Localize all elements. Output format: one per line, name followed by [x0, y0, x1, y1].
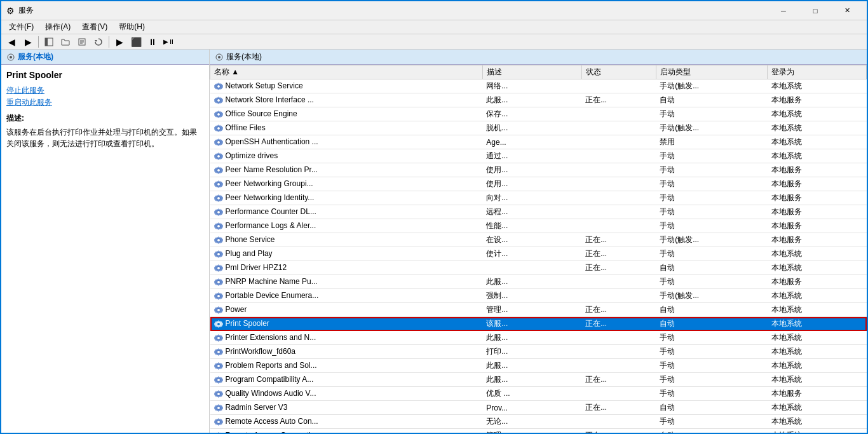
- table-row[interactable]: Phone Service在设...正在...手动(触发...本地服务: [210, 233, 867, 247]
- back-button[interactable]: ◀: [4, 35, 19, 49]
- table-row[interactable]: Offline Files脱机...手动(触发...本地系统: [210, 121, 867, 135]
- svg-point-44: [217, 308, 220, 311]
- table-row[interactable]: Peer Networking Identity...向对...手动本地服务: [210, 191, 867, 205]
- menu-file[interactable]: 文件(F): [4, 20, 39, 34]
- service-desc-cell: 该服...: [482, 317, 581, 331]
- service-name-cell: Offline Files: [210, 121, 483, 135]
- service-status-cell: 正在...: [581, 401, 656, 415]
- title-bar: ⚙ 服务 ─ □ ✕: [1, 1, 867, 20]
- table-row[interactable]: PNRP Machine Name Pu...此服...手动本地服务: [210, 275, 867, 289]
- stop-button[interactable]: ⬛: [128, 35, 144, 49]
- service-login-cell: 本地系统: [768, 415, 867, 429]
- table-row[interactable]: Pml Driver HPZ12正在...自动本地系统: [210, 261, 867, 275]
- table-row[interactable]: Network Setup Service网络...手动(触发...本地系统: [210, 79, 867, 93]
- service-desc-cell: 使计...: [482, 247, 581, 261]
- table-row[interactable]: OpenSSH Authentication ...Age...禁用本地系统: [210, 135, 867, 149]
- menu-action[interactable]: 操作(A): [40, 20, 76, 34]
- col-header-status[interactable]: 状态: [581, 65, 656, 79]
- stop-service-link[interactable]: 停止此服务: [6, 85, 204, 96]
- service-desc-cell: Prov...: [482, 401, 581, 415]
- service-desc-cell: 此服...: [482, 331, 581, 345]
- col-header-desc[interactable]: 描述: [482, 65, 581, 79]
- table-row[interactable]: Radmin Server V3Prov...正在...自动本地系统: [210, 401, 867, 415]
- svg-point-20: [217, 140, 220, 144]
- show-hide-button[interactable]: [41, 35, 57, 49]
- table-row[interactable]: Portable Device Enumera...强制...手动(触发...本…: [210, 289, 867, 303]
- service-startup-cell: 手动: [656, 359, 767, 373]
- close-button[interactable]: ✕: [832, 1, 862, 20]
- table-row[interactable]: Program Compatibility A...此服...正在...手动本地…: [210, 373, 867, 387]
- table-row[interactable]: Plug and Play使计...正在...手动本地系统: [210, 247, 867, 261]
- gear-icon: [214, 82, 223, 91]
- service-name-cell: Program Compatibility A...: [210, 373, 483, 387]
- svg-rect-1: [45, 38, 48, 46]
- service-desc-cell: 此服...: [482, 373, 581, 387]
- gear-icon: [214, 236, 223, 245]
- col-header-login[interactable]: 登录为: [768, 65, 867, 79]
- restart-button[interactable]: ▶⏸: [161, 35, 177, 49]
- forward-button[interactable]: ▶: [20, 35, 36, 49]
- table-row[interactable]: Network Store Interface ...此服...正在...自动本…: [210, 93, 867, 107]
- table-row[interactable]: PrintWorkflow_fd60a打印...手动本地系统: [210, 345, 867, 359]
- service-desc-cell: 远程...: [482, 205, 581, 219]
- table-row[interactable]: Peer Networking Groupi...使用...手动本地服务: [210, 177, 867, 191]
- services-icon: [6, 53, 15, 62]
- table-row[interactable]: Print Spooler该服...正在...自动本地系统: [210, 317, 867, 331]
- service-name-text: Print Spooler: [226, 319, 269, 328]
- col-header-startup[interactable]: 启动类型: [656, 65, 767, 79]
- service-desc-cell: Age...: [482, 135, 581, 149]
- table-row[interactable]: Peer Name Resolution Pr...使用...手动本地服务: [210, 163, 867, 177]
- menu-view[interactable]: 查看(V): [77, 20, 112, 34]
- service-login-cell: 本地系统: [768, 401, 867, 415]
- start-button[interactable]: ▶: [112, 35, 127, 49]
- table-row[interactable]: Printer Extensions and N...此服...手动本地系统: [210, 331, 867, 345]
- gear-icon: [214, 96, 223, 105]
- gear-icon: [214, 166, 223, 175]
- service-desc-cell: 打印...: [482, 345, 581, 359]
- service-login-cell: 本地服务: [768, 191, 867, 205]
- gear-icon: [214, 403, 223, 412]
- service-status-cell: [581, 191, 656, 205]
- table-row[interactable]: Optimize drives通过...手动本地系统: [210, 149, 867, 163]
- refresh-button[interactable]: [91, 35, 106, 49]
- service-name-cell: Radmin Server V3: [210, 401, 483, 415]
- restart-service-link[interactable]: 重启动此服务: [6, 97, 204, 108]
- table-row[interactable]: Quality Windows Audio V...优质 ...手动本地服务: [210, 387, 867, 401]
- services-table-scroll[interactable]: 名称 ▲ 描述 状态 启动类型 登录为 Network Setup Servic…: [210, 65, 867, 433]
- svg-point-8: [10, 56, 12, 58]
- table-row[interactable]: Performance Logs & Aler...性能...手动本地服务: [210, 219, 867, 233]
- maximize-button[interactable]: □: [801, 1, 830, 20]
- pause-button[interactable]: ⏸: [145, 35, 160, 49]
- app-icon: ⚙: [6, 6, 15, 16]
- table-row[interactable]: Remote Access Connecti...管理...正在...自动本地系…: [210, 429, 867, 433]
- title-controls: ─ □ ✕: [769, 1, 862, 20]
- service-name-text: Printer Extensions and N...: [226, 333, 316, 342]
- table-row[interactable]: Remote Access Auto Con...无论...手动本地系统: [210, 415, 867, 429]
- gear-icon: [214, 194, 223, 203]
- properties-button[interactable]: [74, 35, 90, 49]
- service-startup-cell: 禁用: [656, 135, 767, 149]
- service-status-cell: [581, 135, 656, 149]
- svg-point-60: [217, 420, 220, 423]
- service-name-text: Performance Logs & Aler...: [226, 221, 316, 230]
- table-row[interactable]: Power管理...正在...自动本地系统: [210, 303, 867, 317]
- service-status-cell: [581, 121, 656, 135]
- service-status-cell: [581, 415, 656, 429]
- main-window: ⚙ 服务 ─ □ ✕ 文件(F) 操作(A) 查看(V) 帮助(H) ◀ ▶: [0, 0, 868, 434]
- service-name-text: Portable Device Enumera...: [226, 291, 319, 300]
- service-desc-cell: 通过...: [482, 149, 581, 163]
- info-links: 停止此服务 重启动此服务: [6, 85, 204, 108]
- service-login-cell: 本地服务: [768, 233, 867, 247]
- service-name-cell: Printer Extensions and N...: [210, 331, 483, 345]
- table-row[interactable]: Office Source Engine保存...手动本地系统: [210, 107, 867, 121]
- folder-button[interactable]: [58, 35, 73, 49]
- svg-point-14: [217, 98, 220, 102]
- table-row[interactable]: Performance Counter DL...远程...手动本地服务: [210, 205, 867, 219]
- service-startup-cell: 手动(触发...: [656, 233, 767, 247]
- minimize-button[interactable]: ─: [769, 1, 798, 20]
- table-row[interactable]: Problem Reports and Sol...此服...手动本地系统: [210, 359, 867, 373]
- col-header-name[interactable]: 名称 ▲: [210, 65, 483, 79]
- nav-header-label[interactable]: 服务(本地): [18, 51, 53, 62]
- menu-help[interactable]: 帮助(H): [114, 20, 150, 34]
- service-login-cell: 本地服务: [768, 163, 867, 177]
